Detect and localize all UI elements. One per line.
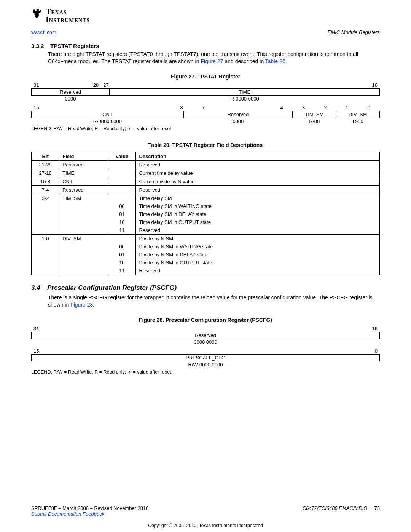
fig27-row2-reset: R-0000 0000 0000 R-00 R-00 bbox=[31, 118, 380, 125]
fig27-bitnums-bot: 15 8 7 4 3 2 1 0 bbox=[31, 104, 380, 111]
table-20-link[interactable]: Table 20 bbox=[265, 58, 285, 64]
table-row: 11Reserved bbox=[32, 226, 380, 235]
table-row: 27-16TIMECurrent time delay value bbox=[32, 169, 380, 177]
fig28-row1-field: Reserved bbox=[31, 332, 380, 339]
table-row: 00Time delay SM in WAITING state bbox=[32, 202, 380, 210]
table-row: 15-8CNTCurrent divide by N value bbox=[32, 177, 380, 185]
logo-text-2: Instruments bbox=[46, 16, 90, 24]
field-cnt: CNT bbox=[31, 111, 184, 118]
table-row: 31-28ReservedReserved bbox=[32, 160, 380, 169]
table-row: 1-0DIV_SMDivide by N SM bbox=[32, 234, 380, 243]
section-3-4-heading: 3.4Prescalar Configuration Register (PSC… bbox=[31, 284, 380, 292]
fig28-bitnums-top: 31 16 bbox=[31, 325, 380, 332]
table-row: 10Time delay SM in OUTPUT state bbox=[32, 218, 380, 226]
fig28-legend: LEGEND: R/W = Read/Write; R = Read only;… bbox=[31, 369, 380, 375]
field-time: TIME bbox=[110, 88, 380, 96]
table-row: 7-4ReservedReserved bbox=[32, 185, 380, 194]
table-20-header: Bit Field Value Description bbox=[32, 152, 380, 160]
table-row: 11Reserved bbox=[32, 267, 380, 275]
table-row: 01Time delay SM in DELAY state bbox=[32, 210, 380, 218]
header-rule bbox=[31, 37, 380, 37]
field-prescale-cfg: PRESCALE_CFG bbox=[31, 354, 380, 361]
fig28-bitnums-bot: 15 0 bbox=[31, 348, 380, 354]
fig27-row1-fields: Reserved TIME bbox=[31, 88, 380, 96]
fig27-row2-fields: CNT Reserved TIM_SM DIV_SM bbox=[31, 111, 380, 118]
logo-text-1: Texas bbox=[46, 8, 90, 16]
feedback-link[interactable]: Submit Documentation Feedback bbox=[31, 511, 380, 517]
table-row: 10Divide by N SM in OUTPUT state bbox=[32, 259, 380, 267]
section-3-3-2-paragraph: There are eight TPSTAT registers (TPSTAT… bbox=[48, 51, 380, 65]
field-reserved-3: Reserved bbox=[31, 332, 380, 339]
fig27-legend: LEGEND: R/W = Read/Write; R = Read only;… bbox=[31, 126, 380, 131]
fig27-row1-reset: 0000 R-0000 0000 bbox=[31, 96, 380, 102]
page-number: 75 bbox=[374, 505, 380, 511]
table-row: 3-2TIM_SMTime delay SM bbox=[32, 194, 380, 202]
fig28-row2-reset: R/W-0000 0000 bbox=[31, 361, 380, 368]
section-3-4-paragraph: There is a single PSCFG register for the… bbox=[48, 294, 380, 308]
ti-logo: Texas Instruments bbox=[31, 8, 90, 24]
table-row: 01Divide by N SM in DELAY state bbox=[32, 251, 380, 259]
section-3-3-2-heading: 3.3.2TPSTAT Registers bbox=[31, 43, 380, 49]
table-row: 00Divide by N SM in WAITING state bbox=[32, 243, 380, 251]
fig28-row1-reset: 0000 0000 bbox=[31, 339, 380, 345]
figure-27-link[interactable]: Figure 27 bbox=[201, 58, 223, 64]
fig27-bitnums-top: 31 28 27 16 bbox=[31, 82, 380, 88]
site-url-link[interactable]: www.ti.com bbox=[31, 29, 56, 35]
figure-28-link[interactable]: Figure 28 bbox=[70, 302, 93, 308]
doc-title: C6472/TCI6486 EMAC/MDIO bbox=[303, 505, 368, 511]
figure-27-caption: Figure 27. TPSTAT Register bbox=[31, 73, 380, 80]
table-20: Bit Field Value Description 31-28Reserve… bbox=[31, 152, 380, 275]
doc-id: SPRUEF8F – March 2006 – Revised November… bbox=[31, 505, 149, 511]
field-reserved-2: Reserved bbox=[184, 111, 293, 118]
fig28-row2-field: PRESCALE_CFG bbox=[31, 354, 380, 361]
figure-28-caption: Figure 28. Prescalar Configuration Regis… bbox=[31, 317, 380, 323]
ti-logo-icon bbox=[31, 8, 43, 19]
field-reserved: Reserved bbox=[31, 88, 110, 96]
chapter-title: EMIC Module Registers bbox=[328, 29, 380, 35]
copyright: Copyright © 2006–2010, Texas Instruments… bbox=[31, 523, 380, 528]
field-tim-sm: TIM_SM bbox=[293, 111, 336, 118]
table-20-caption: Table 20. TPSTAT Register Field Descript… bbox=[31, 142, 380, 148]
field-div-sm: DIV_SM bbox=[336, 111, 380, 118]
